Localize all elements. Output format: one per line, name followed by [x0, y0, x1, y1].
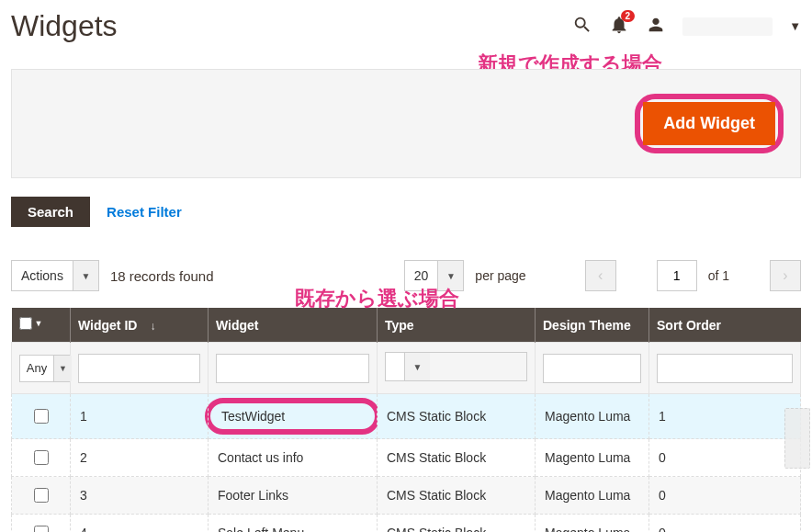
- admin-menu-caret[interactable]: ▼: [789, 19, 801, 33]
- header-row: ▼ Widget ID↓ Widget Type Design Theme So…: [12, 308, 801, 343]
- row-checkbox[interactable]: [34, 526, 49, 532]
- cell-widget: Contact us info: [209, 439, 378, 477]
- actions-select[interactable]: Actions ▼: [11, 260, 99, 291]
- filter-actions: Search Reset Filter: [11, 197, 801, 227]
- notifications-count: 2: [621, 10, 636, 22]
- widgets-grid: ▼ Widget ID↓ Widget Type Design Theme So…: [11, 308, 801, 532]
- current-page-input[interactable]: [657, 260, 697, 291]
- reset-filter-link[interactable]: Reset Filter: [107, 204, 182, 220]
- cell-theme: Magento Luma: [536, 439, 649, 477]
- search-button[interactable]: Search: [11, 197, 90, 227]
- cell-theme: Magento Luma: [536, 477, 649, 515]
- filter-sort[interactable]: [657, 354, 793, 383]
- filter-theme[interactable]: [543, 354, 641, 383]
- col-header-select[interactable]: ▼: [12, 308, 71, 343]
- per-page-label: per page: [475, 268, 525, 283]
- cell-widget: Sale Left Menu: [209, 515, 378, 533]
- annotation-choose-existing: 既存から選ぶ場合: [295, 285, 459, 312]
- user-icon[interactable]: [646, 15, 666, 39]
- prev-page-button[interactable]: ‹: [585, 260, 616, 291]
- table-row[interactable]: 3Footer LinksCMS Static BlockMagento Lum…: [12, 477, 801, 515]
- table-row[interactable]: 2Contact us infoCMS Static BlockMagento …: [12, 439, 801, 477]
- header-actions: 2 ▼: [572, 15, 801, 39]
- page-of-label: of 1: [708, 268, 729, 283]
- cell-type: CMS Static Block: [378, 439, 536, 477]
- sort-arrow-icon: ↓: [150, 320, 155, 333]
- cell-sort: 0: [649, 477, 801, 515]
- side-blurred-panel: [784, 408, 810, 469]
- notifications-icon[interactable]: 2: [609, 15, 629, 39]
- page-header: Widgets 2 ▼: [11, 9, 801, 43]
- page-title: Widgets: [11, 9, 118, 43]
- col-header-widget-id[interactable]: Widget ID↓: [71, 308, 209, 343]
- widget-highlight: TestWidget: [205, 398, 380, 435]
- chevron-down-icon: ▼: [53, 356, 72, 381]
- filter-widget-id[interactable]: [78, 354, 200, 383]
- cell-widget: TestWidget: [209, 394, 378, 439]
- records-found: 18 records found: [110, 268, 214, 284]
- cell-id: 4: [71, 515, 209, 533]
- cell-id: 1: [71, 394, 209, 439]
- cell-theme: Magento Luma: [536, 394, 649, 439]
- next-page-button[interactable]: ›: [770, 260, 801, 291]
- cell-type: CMS Static Block: [378, 515, 536, 533]
- cell-theme: Magento Luma: [536, 515, 649, 533]
- filter-row: Any ▼ ▼: [12, 343, 801, 394]
- add-widget-button[interactable]: Add Widget: [643, 102, 775, 145]
- massaction-filter[interactable]: Any ▼: [19, 355, 73, 382]
- row-checkbox[interactable]: [34, 488, 49, 503]
- filter-type[interactable]: ▼: [385, 352, 527, 381]
- cell-sort: 0: [649, 439, 801, 477]
- cell-id: 2: [71, 439, 209, 477]
- table-row[interactable]: 4Sale Left MenuCMS Static BlockMagento L…: [12, 515, 801, 533]
- row-checkbox[interactable]: [34, 450, 49, 465]
- cell-sort: 1: [649, 394, 801, 439]
- page-actions-toolbar: Add Widget: [11, 69, 801, 178]
- table-row[interactable]: 1TestWidgetCMS Static BlockMagento Luma1: [12, 394, 801, 439]
- cell-sort: 0: [649, 515, 801, 533]
- cell-widget: Footer Links: [209, 477, 378, 515]
- add-widget-highlight: Add Widget: [635, 94, 784, 153]
- col-header-theme[interactable]: Design Theme: [536, 308, 649, 343]
- search-icon[interactable]: [572, 15, 592, 39]
- chevron-down-icon: ▼: [73, 261, 98, 290]
- col-header-type[interactable]: Type: [378, 308, 536, 343]
- col-header-widget[interactable]: Widget: [209, 308, 378, 343]
- cell-type: CMS Static Block: [378, 394, 536, 439]
- col-header-sort[interactable]: Sort Order: [649, 308, 801, 343]
- filter-widget[interactable]: [216, 354, 369, 383]
- admin-name-placeholder: [682, 17, 773, 36]
- cell-id: 3: [71, 477, 209, 515]
- select-all-checkbox[interactable]: [19, 317, 32, 330]
- cell-type: CMS Static Block: [378, 477, 536, 515]
- row-checkbox[interactable]: [34, 409, 49, 424]
